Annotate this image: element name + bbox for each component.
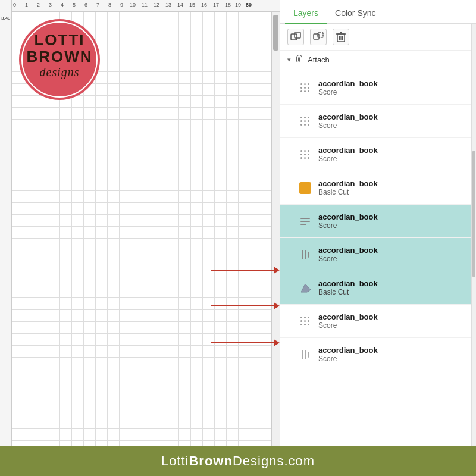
delete-button[interactable]	[333, 29, 349, 45]
group-header-attach[interactable]: ▾ Attach	[280, 51, 476, 69]
dot-pattern-icon	[300, 150, 310, 159]
tab-color-sync[interactable]: Color Sync	[327, 4, 384, 24]
layer-item[interactable]: accordian_book Score	[280, 305, 476, 338]
bottom-bar-brown: Brown	[189, 453, 232, 468]
layers-list[interactable]: accordian_book Score accordian_bo	[280, 69, 476, 446]
app-container: 0 1 2 3 4 5 6 7 8 9 10 11 12 13 14 15 16…	[0, 0, 476, 476]
layer-type: Score	[318, 355, 469, 363]
dot-pattern-icon	[300, 117, 310, 126]
layer-item[interactable]: accordian_book Score	[280, 105, 476, 138]
layer-icon	[297, 346, 314, 363]
layer-info: accordian_book Score	[318, 112, 469, 130]
layer-name: accordian_book	[318, 346, 469, 355]
arrow-2	[211, 302, 280, 309]
attach-icon	[295, 54, 304, 65]
arrow-3	[211, 339, 280, 346]
layer-icon	[297, 180, 314, 196]
layer-icon	[297, 80, 314, 96]
layer-type: Score	[318, 155, 469, 163]
layer-icon	[297, 280, 314, 296]
color-swatch-icon	[299, 182, 311, 194]
layer-name: accordian_book	[318, 246, 469, 255]
logo-text-lotti: LOTTI	[34, 31, 84, 49]
layer-item-selected[interactable]: accordian_book Score	[280, 205, 476, 238]
layer-name: accordian_book	[318, 179, 469, 188]
dot-pattern-icon	[300, 317, 310, 326]
svg-rect-0	[291, 34, 297, 40]
shape-gray-icon	[299, 281, 312, 295]
canvas-area: 0 1 2 3 4 5 6 7 8 9 10 11 12 13 14 15 16…	[0, 0, 280, 446]
group-header-label: Attach	[308, 55, 330, 64]
ruler-left-value: 3.40	[1, 15, 11, 21]
right-panel: Layers Color Sync	[280, 0, 476, 446]
layer-icon	[297, 246, 314, 263]
layer-type: Score	[318, 121, 469, 130]
dash-pattern-v-icon	[302, 350, 309, 359]
layer-info: accordian_book Basic Cut	[318, 279, 469, 296]
bottom-bar-domain: .com	[284, 453, 315, 468]
layer-name: accordian_book	[318, 312, 469, 321]
layer-item-selected[interactable]: accordian_book Basic Cut	[280, 271, 476, 305]
logo-text-brown: BROWN	[26, 48, 92, 65]
layer-info: accordian_book Score	[318, 146, 469, 163]
group-icon	[290, 32, 301, 42]
layer-item[interactable]: accordian_book Score	[280, 71, 476, 105]
layer-info: accordian_book Score	[318, 79, 469, 96]
panel-tabs: Layers Color Sync	[280, 0, 476, 24]
layer-type: Score	[318, 88, 469, 96]
logo-text-designs: designs	[40, 65, 80, 79]
layer-icon	[297, 146, 314, 163]
layer-icon	[297, 313, 314, 330]
main-area: 0 1 2 3 4 5 6 7 8 9 10 11 12 13 14 15 16…	[0, 0, 476, 446]
layer-name: accordian_book	[318, 146, 469, 155]
svg-rect-1	[295, 32, 300, 38]
dot-pattern-icon	[300, 83, 310, 93]
layer-item-selected[interactable]: accordian_book Score	[280, 238, 476, 271]
tab-layers[interactable]: Layers	[285, 4, 327, 24]
layer-type: Score	[318, 221, 469, 230]
layer-type: Score	[318, 255, 469, 263]
canvas-scrollbar[interactable]	[271, 12, 280, 446]
arrow-line-2	[211, 305, 274, 306]
panel-scrollbar[interactable]	[471, 24, 476, 446]
panel-scrollbar-thumb[interactable]	[472, 151, 475, 277]
layer-info: accordian_book Score	[318, 346, 469, 363]
bottom-bar-designs: Designs	[233, 453, 284, 468]
layer-item[interactable]: accordian_book Score	[280, 138, 476, 171]
bottom-bar-text: LottiBrownDesigns.com	[161, 453, 315, 469]
layer-type: Basic Cut	[318, 188, 469, 196]
panel-toolbar	[280, 24, 476, 51]
layer-icon	[297, 113, 314, 130]
logo-svg: LOTTI BROWN designs	[18, 18, 101, 101]
chevron-down-icon: ▾	[287, 56, 291, 64]
layer-item[interactable]: accordian_book Score	[280, 338, 476, 371]
delete-icon	[336, 32, 346, 42]
arrow-1	[211, 267, 280, 274]
arrow-head-3	[274, 339, 280, 346]
group-button[interactable]	[287, 29, 304, 45]
layer-name: accordian_book	[318, 279, 469, 288]
ruler-top: 0 1 2 3 4 5 6 7 8 9 10 11 12 13 14 15 16…	[0, 0, 280, 12]
dash-pattern-v-icon	[302, 250, 309, 259]
ruler-number: 80	[246, 2, 252, 8]
canvas-scrollbar-thumb[interactable]	[273, 15, 278, 51]
logo-container: LOTTI BROWN designs	[18, 18, 101, 101]
layer-type: Basic Cut	[318, 288, 469, 296]
layer-item[interactable]: accordian_book Basic Cut	[280, 171, 476, 205]
layer-name: accordian_book	[318, 212, 469, 221]
layer-info: accordian_book Score	[318, 246, 469, 263]
bottom-bar-lotti: Lotti	[161, 453, 189, 468]
ungroup-button[interactable]	[310, 29, 327, 45]
layer-icon	[297, 213, 314, 230]
arrow-line-3	[211, 342, 274, 343]
ruler-left: 3.40	[0, 0, 12, 446]
layer-info: accordian_book Score	[318, 312, 469, 330]
svg-marker-10	[301, 284, 311, 292]
layer-type: Score	[318, 321, 469, 330]
layer-info: accordian_book Basic Cut	[318, 179, 469, 196]
bottom-bar: LottiBrownDesigns.com	[0, 446, 476, 476]
arrow-line-1	[211, 270, 274, 271]
layer-info: accordian_book Score	[318, 212, 469, 230]
arrow-head-1	[274, 267, 280, 274]
arrow-head-2	[274, 302, 280, 309]
